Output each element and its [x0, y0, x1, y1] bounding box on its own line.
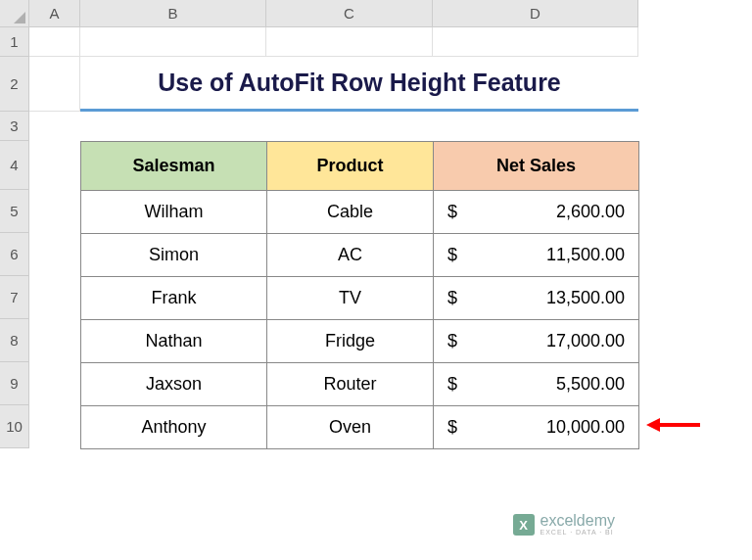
column-headers: A B C D — [29, 0, 638, 27]
col-header-d[interactable]: D — [433, 0, 638, 27]
table-row: Jaxson Router $5,500.00 — [81, 363, 639, 406]
watermark: exceldemy EXCEL · DATA · BI — [513, 513, 615, 536]
arrow-icon — [646, 409, 700, 443]
row-header-3[interactable]: 3 — [0, 112, 29, 141]
header-product[interactable]: Product — [267, 142, 434, 191]
row-header-6[interactable]: 6 — [0, 233, 29, 276]
header-salesman[interactable]: Salesman — [81, 142, 267, 191]
watermark-logo-icon — [513, 514, 535, 536]
cell-product[interactable]: Fridge — [267, 320, 434, 363]
cell-salesman[interactable]: Simon — [81, 234, 267, 277]
cell-netsales[interactable]: $11,500.00 — [434, 234, 639, 277]
cell-product[interactable]: Oven — [267, 406, 434, 449]
cell-salesman[interactable]: Frank — [81, 277, 267, 320]
currency-value: 11,500.00 — [546, 245, 625, 265]
cell-product[interactable]: TV — [267, 277, 434, 320]
currency-symbol: $ — [447, 202, 457, 222]
row-header-7[interactable]: 7 — [0, 276, 29, 319]
cell-netsales[interactable]: $5,500.00 — [434, 363, 639, 406]
cell-netsales[interactable]: $10,000.00 — [434, 406, 639, 449]
row-headers: 1 2 3 4 5 6 7 8 9 10 — [0, 27, 29, 448]
cell-salesman[interactable]: Anthony — [81, 406, 267, 449]
cell-a2[interactable] — [29, 57, 80, 112]
col-header-b[interactable]: B — [80, 0, 266, 27]
table-row: Frank TV $13,500.00 — [81, 277, 639, 320]
row-header-8[interactable]: 8 — [0, 319, 29, 362]
cell-b1[interactable] — [80, 27, 266, 57]
currency-value: 13,500.00 — [546, 288, 625, 308]
currency-value: 17,000.00 — [546, 331, 625, 351]
row-header-4[interactable]: 4 — [0, 141, 29, 190]
row-header-2[interactable]: 2 — [0, 57, 29, 112]
row-header-1[interactable]: 1 — [0, 27, 29, 57]
table-row: Nathan Fridge $17,000.00 — [81, 320, 639, 363]
col-header-c[interactable]: C — [266, 0, 433, 27]
cell-product[interactable]: Cable — [267, 191, 434, 234]
cell-netsales[interactable]: $13,500.00 — [434, 277, 639, 320]
watermark-sub: EXCEL · DATA · BI — [540, 529, 615, 536]
cell-salesman[interactable]: Wilham — [81, 191, 267, 234]
cell-netsales[interactable]: $17,000.00 — [434, 320, 639, 363]
data-table: Salesman Product Net Sales Wilham Cable … — [80, 141, 639, 449]
currency-symbol: $ — [447, 374, 457, 395]
currency-value: 10,000.00 — [546, 417, 625, 438]
cell-netsales[interactable]: $2,600.00 — [434, 191, 639, 234]
col-header-a[interactable]: A — [29, 0, 80, 27]
select-all-corner[interactable] — [0, 0, 29, 27]
cell-c1[interactable] — [266, 27, 433, 57]
row-header-5[interactable]: 5 — [0, 190, 29, 233]
grid-area: Use of AutoFit Row Height Feature Salesm… — [29, 27, 639, 449]
svg-marker-1 — [646, 418, 660, 432]
watermark-main: exceldemy — [540, 513, 615, 529]
table-row: Wilham Cable $2,600.00 — [81, 191, 639, 234]
row-header-9[interactable]: 9 — [0, 362, 29, 405]
table-header-row: Salesman Product Net Sales — [81, 142, 639, 191]
header-netsales[interactable]: Net Sales — [434, 142, 639, 191]
cell-d1[interactable] — [433, 27, 638, 57]
cell-a1[interactable] — [29, 27, 80, 57]
table-row: Anthony Oven $10,000.00 — [81, 406, 639, 449]
cell-product[interactable]: Router — [267, 363, 434, 406]
currency-symbol: $ — [447, 417, 457, 438]
currency-symbol: $ — [447, 331, 457, 351]
page-title[interactable]: Use of AutoFit Row Height Feature — [80, 57, 638, 112]
cell-product[interactable]: AC — [267, 234, 434, 277]
table-row: Simon AC $11,500.00 — [81, 234, 639, 277]
currency-value: 5,500.00 — [556, 374, 625, 395]
currency-symbol: $ — [447, 245, 457, 265]
row-header-10[interactable]: 10 — [0, 405, 29, 448]
cell-salesman[interactable]: Jaxson — [81, 363, 267, 406]
cell-salesman[interactable]: Nathan — [81, 320, 267, 363]
currency-value: 2,600.00 — [556, 202, 625, 222]
currency-symbol: $ — [447, 288, 457, 308]
